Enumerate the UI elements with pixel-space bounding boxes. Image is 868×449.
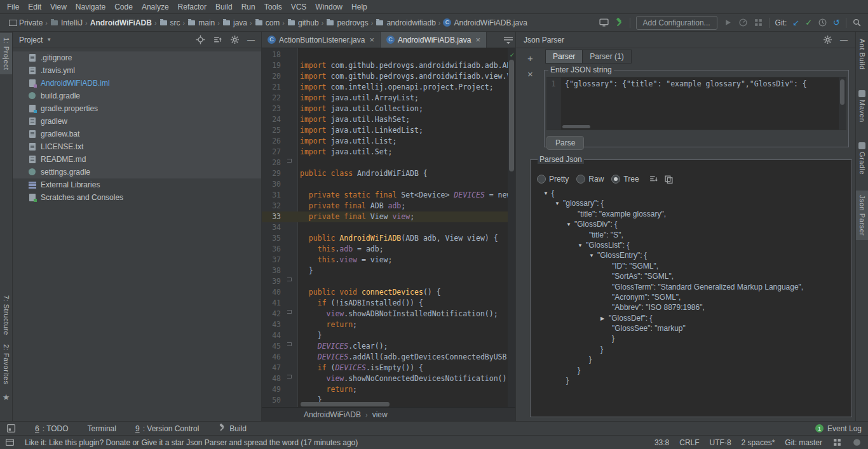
breadcrumb-item-main[interactable]: main: [186, 18, 217, 27]
editor-breadcrumb-item-view[interactable]: view: [372, 410, 388, 419]
json-tree-row[interactable]: ▶"GlossDef": {: [536, 313, 846, 323]
close-parser-tab-button[interactable]: ×: [527, 70, 533, 79]
breadcrumb-item-src[interactable]: src: [158, 18, 182, 27]
statusbar-toggle-icon[interactable]: [5, 438, 15, 447]
build-hammer-icon[interactable]: [614, 18, 624, 27]
git-update-icon[interactable]: ↙: [792, 18, 799, 27]
menu-file[interactable]: File: [3, 1, 24, 13]
scrollbar-thumb[interactable]: [509, 60, 514, 171]
menu-build[interactable]: Build: [211, 1, 237, 13]
line-separator[interactable]: CRLF: [679, 438, 699, 447]
collapse-all-icon[interactable]: [213, 35, 222, 44]
menu-navigate[interactable]: Navigate: [71, 1, 110, 13]
favorites-star-icon[interactable]: ★: [3, 389, 10, 406]
close-tab-icon[interactable]: ×: [369, 35, 374, 44]
close-tab-icon[interactable]: ×: [475, 35, 480, 44]
tree-expanded-icon[interactable]: ▼: [543, 189, 552, 199]
project-item-readme-md[interactable]: README.md: [13, 153, 261, 166]
menu-vcs[interactable]: VCS: [287, 1, 311, 13]
json-tree[interactable]: ▼{▼"glossary": {"title": "example glossa…: [536, 188, 846, 385]
tab-list-icon[interactable]: [503, 36, 513, 46]
locate-file-icon[interactable]: [196, 35, 205, 44]
toolwindow-button-terminal[interactable]: Terminal: [88, 424, 116, 434]
project-item-settings-gradle[interactable]: settings.gradle: [13, 166, 261, 178]
json-tree-row[interactable]: "Acronym": "SGML",: [536, 292, 846, 302]
radio-pretty[interactable]: [537, 175, 546, 184]
menu-help[interactable]: Help: [347, 1, 372, 13]
tree-collapsed-icon[interactable]: ▶: [600, 314, 609, 324]
json-tree-row[interactable]: }: [536, 365, 846, 375]
project-item-gradle-properties[interactable]: gradle.properties: [13, 102, 261, 115]
status-message[interactable]: Like it: Like this plugin? Donate or Giv…: [25, 438, 358, 447]
radio-tree[interactable]: [611, 175, 620, 184]
tree-expanded-icon[interactable]: ▼: [578, 241, 586, 251]
json-input-field[interactable]: 1 {"glossary": {"title": "example glossa…: [546, 77, 846, 130]
breadcrumb-item-github[interactable]: github: [285, 18, 321, 27]
expand-all-icon[interactable]: [649, 175, 658, 184]
menu-code[interactable]: Code: [110, 1, 137, 13]
breadcrumb-item-private[interactable]: Private: [6, 18, 44, 27]
tool-button-favorites[interactable]: 2: Favorites: [0, 340, 12, 389]
json-tree-row[interactable]: "GlossSee": "markup": [536, 323, 846, 333]
profiler-icon[interactable]: [738, 18, 748, 27]
breadcrumb-item-pedrovgs[interactable]: pedrovgs: [324, 18, 370, 27]
editor-horizontal-scrollbar[interactable]: [298, 402, 508, 406]
tool-button-json-parser[interactable]: Json Parser: [856, 191, 868, 240]
project-item-scratches-and-consoles[interactable]: Scratches and Consoles: [13, 191, 261, 204]
input-horizontal-scrollbar-thumb[interactable]: [562, 125, 590, 128]
editor-tab-actionbuttonlistener-java[interactable]: ActionButtonListener.java×: [262, 32, 381, 48]
parser-tab-parser-1[interactable]: Parser (1): [582, 50, 631, 64]
add-parser-tab-button[interactable]: +: [527, 54, 533, 63]
json-tree-row[interactable]: ▼"glossary": {: [536, 198, 846, 208]
project-item-androidwifiadb-iml[interactable]: AndroidWiFiADB.iml: [13, 77, 261, 90]
json-tree-row[interactable]: "title": "S",: [536, 230, 846, 240]
json-tree-row[interactable]: ▼"GlossDiv": {: [536, 219, 846, 229]
project-item-gradlew-bat[interactable]: gradlew.bat: [13, 128, 261, 140]
json-tree-row[interactable]: "ID": "SGML",: [536, 261, 846, 271]
json-tree-row[interactable]: }: [536, 333, 846, 344]
breadcrumb-item-androidwifiadb[interactable]: androidwifiadb: [374, 18, 437, 27]
menu-analyze[interactable]: Analyze: [137, 1, 173, 13]
project-item-gradlew[interactable]: gradlew: [13, 115, 261, 128]
git-branch[interactable]: Git: master: [785, 438, 822, 447]
json-tree-row[interactable]: }: [536, 354, 846, 365]
menu-window[interactable]: Window: [311, 1, 347, 13]
copy-icon[interactable]: [664, 175, 674, 184]
menu-tools[interactable]: Tools: [260, 1, 287, 13]
project-item-build-gradle[interactable]: build.gradle: [13, 90, 261, 102]
tool-button-gradle[interactable]: Gradle: [856, 138, 868, 179]
menu-edit[interactable]: Edit: [24, 1, 46, 13]
breadcrumb-item-java[interactable]: java: [220, 18, 249, 27]
project-title[interactable]: Project: [19, 36, 43, 44]
file-encoding[interactable]: UTF-8: [710, 438, 731, 447]
parse-button[interactable]: Parse: [546, 136, 584, 150]
json-tree-row[interactable]: ▼{: [536, 188, 846, 198]
search-everywhere-icon[interactable]: [852, 18, 862, 27]
breadcrumb-item-androidwifiadb-java[interactable]: AndroidWiFiADB.java: [441, 18, 529, 27]
run-icon[interactable]: [723, 18, 733, 27]
coverage-icon[interactable]: [754, 18, 763, 27]
parser-tab-parser[interactable]: Parser: [545, 50, 583, 64]
chevron-down-icon[interactable]: ▼: [46, 37, 51, 43]
gear-icon[interactable]: [230, 35, 240, 44]
json-tree-row[interactable]: "GlossTerm": "Standard Generalized Marku…: [536, 282, 846, 292]
git-rollback-icon[interactable]: ↺: [833, 18, 840, 27]
menu-view[interactable]: View: [46, 1, 71, 13]
scrollbar-thumb[interactable]: [840, 79, 844, 105]
menu-run[interactable]: Run: [237, 1, 260, 13]
tool-button-structure[interactable]: 7: Structure: [0, 291, 12, 340]
git-commit-icon[interactable]: ✓: [805, 18, 812, 27]
json-tree-row[interactable]: ▼"GlossEntry": {: [536, 250, 846, 260]
preview-monitor-icon[interactable]: [599, 18, 609, 27]
json-tree-row[interactable]: "Abbrev": "ISO 8879:1986",: [536, 302, 846, 312]
caret-position[interactable]: 33:8: [654, 438, 669, 447]
breadcrumb-item-intellij[interactable]: IntelliJ: [48, 18, 85, 27]
editor-breadcrumb-item-androidwifiadb[interactable]: AndroidWiFiADB: [304, 410, 361, 419]
project-item-gitignore[interactable]: .gitignore: [13, 51, 261, 64]
breadcrumb-item-com[interactable]: com: [253, 18, 282, 27]
menu-refactor[interactable]: Refactor: [173, 1, 211, 13]
event-log-button[interactable]: Event Log: [827, 424, 862, 433]
inspection-ok-icon[interactable]: ✓: [510, 50, 514, 60]
gear-icon[interactable]: [823, 35, 832, 44]
history-clock-icon[interactable]: [818, 18, 827, 27]
